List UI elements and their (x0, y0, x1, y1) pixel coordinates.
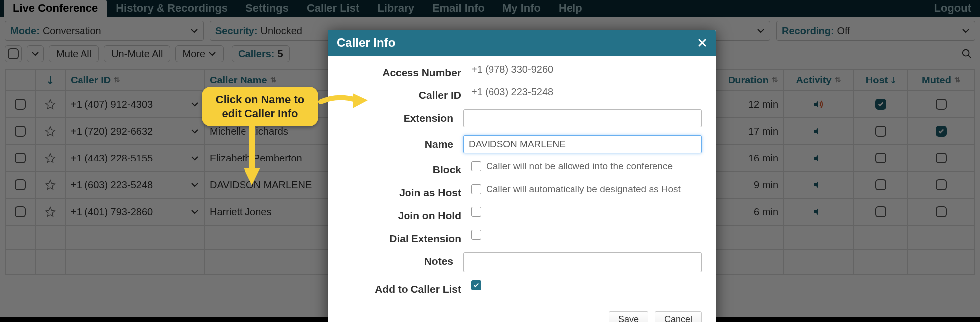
tab-history-recordings[interactable]: History & Recordings (107, 0, 237, 17)
caller-id-text: +1 (720) 292-6632 (71, 126, 153, 137)
chevron-down-icon (191, 208, 199, 216)
notes-textarea[interactable] (463, 252, 702, 272)
arrow-right-icon (318, 89, 373, 114)
svg-line-1 (968, 55, 971, 58)
svg-point-0 (963, 49, 969, 56)
caller-id-header-label: Caller ID (71, 75, 111, 86)
tab-live-conference[interactable]: Live Conference (4, 0, 107, 17)
duration-header-label: Duration (728, 75, 769, 86)
block-hint: Caller will not be allowed into the conf… (486, 161, 673, 172)
topnav: Live Conference History & Recordings Set… (0, 0, 980, 17)
muted-header-label: Muted (922, 75, 951, 86)
name-label: Name (342, 135, 463, 150)
caller-id-text: +1 (401) 793-2860 (71, 206, 153, 218)
access-number-label: Access Number (342, 64, 471, 79)
instruction-callout: Click on Name to edit Caller Info (202, 87, 318, 126)
tab-settings[interactable]: Settings (237, 0, 298, 17)
callers-count: 5 (277, 48, 283, 60)
col-header-caller-id[interactable]: Caller ID ⇅ (65, 69, 204, 91)
mute-all-button[interactable]: Mute All (49, 45, 99, 62)
cell-activity (784, 198, 853, 225)
cell-caller-id[interactable]: +1 (603) 223-5248 (65, 171, 204, 198)
sort-icon: ⇅ (270, 76, 277, 84)
row-checkbox[interactable] (5, 198, 35, 225)
col-header-duration[interactable]: Duration ⇅ (710, 69, 784, 91)
cell-caller-id[interactable]: +1 (401) 793-2860 (65, 198, 204, 225)
name-input[interactable] (463, 135, 702, 153)
col-header-activity[interactable]: Activity ⇅ (784, 69, 853, 91)
cell-activity (784, 145, 853, 171)
extension-input[interactable] (463, 109, 702, 127)
block-checkbox[interactable] (471, 161, 481, 171)
cell-duration: 9 min (710, 171, 784, 198)
cell-muted-checkbox[interactable] (908, 198, 975, 225)
save-button[interactable]: Save (609, 311, 648, 322)
col-header-muted[interactable]: Muted ⇅ (908, 69, 975, 91)
security-label: Security: (215, 25, 258, 37)
cell-muted-checkbox[interactable] (908, 118, 975, 145)
join-hold-checkbox[interactable] (471, 207, 481, 217)
favorite-star[interactable] (35, 171, 65, 198)
callers-label: Callers: (238, 48, 274, 60)
logout-link[interactable]: Logout (929, 0, 976, 17)
cell-caller-id[interactable]: +1 (720) 292-6632 (65, 118, 204, 145)
cancel-button[interactable]: Cancel (655, 311, 702, 322)
sort-icon: ⇅ (772, 76, 778, 84)
mode-dropdown[interactable]: Mode: Conversation (5, 21, 204, 41)
col-header-host[interactable]: Host (853, 69, 908, 91)
cell-caller-id[interactable]: +1 (443) 228-5155 (65, 145, 204, 171)
sort-icon: ⇅ (835, 76, 841, 84)
more-label: More (183, 48, 206, 60)
arrow-down-icon (240, 123, 264, 188)
tab-help[interactable]: Help (550, 0, 591, 17)
row-checkbox[interactable] (5, 91, 35, 118)
col-header-favorite[interactable] (35, 69, 65, 91)
cell-duration: 17 min (710, 118, 784, 145)
unmute-all-button[interactable]: Un-Mute All (104, 45, 170, 62)
bulk-action-dropdown[interactable] (27, 45, 44, 62)
add-to-caller-list-checkbox[interactable] (471, 280, 481, 290)
modal-header: Caller Info (328, 30, 716, 56)
row-checkbox[interactable] (5, 171, 35, 198)
favorite-star[interactable] (35, 91, 65, 118)
tab-my-info[interactable]: My Info (493, 0, 550, 17)
join-host-checkbox[interactable] (471, 184, 481, 194)
more-button[interactable]: More (175, 45, 224, 62)
caller-id-text: +1 (407) 912-4303 (71, 99, 153, 110)
cell-host-checkbox[interactable] (853, 91, 908, 118)
close-icon[interactable] (698, 38, 707, 47)
chevron-down-icon (751, 27, 765, 35)
tab-caller-list[interactable]: Caller List (298, 0, 368, 17)
tab-email-info[interactable]: Email Info (423, 0, 493, 17)
caller-id-value: +1 (603) 223-5248 (471, 86, 702, 98)
select-all-checkbox[interactable] (5, 45, 22, 62)
cell-host-checkbox[interactable] (853, 118, 908, 145)
add-to-caller-list-label: Add to Caller List (342, 280, 471, 295)
cell-caller-id[interactable]: +1 (407) 912-4303 (65, 91, 204, 118)
favorite-star[interactable] (35, 145, 65, 171)
favorite-star[interactable] (35, 198, 65, 225)
caller-name-header-label: Caller Name (210, 75, 267, 86)
join-host-hint: Caller will automatically be designated … (486, 184, 681, 195)
row-checkbox[interactable] (5, 118, 35, 145)
cell-muted-checkbox[interactable] (908, 91, 975, 118)
caller-id-text: +1 (603) 223-5248 (71, 179, 153, 191)
recording-dropdown[interactable]: Recording: Off (776, 21, 975, 41)
cell-host-checkbox[interactable] (853, 145, 908, 171)
host-header-label: Host (866, 75, 888, 86)
favorite-star[interactable] (35, 118, 65, 145)
dial-extension-checkbox[interactable] (471, 230, 481, 240)
cell-duration: 16 min (710, 145, 784, 171)
row-checkbox[interactable] (5, 145, 35, 171)
recording-value: Off (837, 25, 850, 37)
cell-host-checkbox[interactable] (853, 171, 908, 198)
mode-label: Mode: (10, 25, 40, 37)
cell-host-checkbox[interactable] (853, 198, 908, 225)
cell-muted-checkbox[interactable] (908, 145, 975, 171)
cell-muted-checkbox[interactable] (908, 171, 975, 198)
caller-info-modal: Caller Info Access Number +1 (978) 330-9… (328, 30, 716, 322)
callers-counter: Callers: 5 (232, 45, 290, 62)
chevron-down-icon (191, 100, 199, 108)
access-number-value: +1 (978) 330-9260 (471, 64, 702, 75)
tab-library[interactable]: Library (368, 0, 423, 17)
